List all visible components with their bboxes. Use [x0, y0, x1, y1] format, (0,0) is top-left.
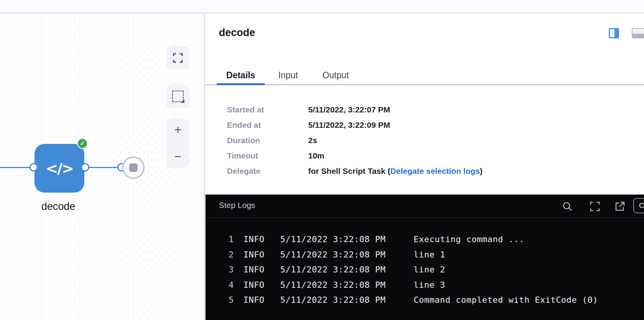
shell-script-icon: </> [46, 160, 73, 177]
log-level: INFO [243, 280, 266, 290]
zoom-in-button[interactable]: + [174, 124, 182, 135]
delegate-selection-logs-link[interactable]: Delegate selection logs [390, 167, 480, 175]
log-message: line 1 [414, 250, 445, 259]
log-timestamp: 5/11/2022 3:22:08 PM [280, 295, 408, 305]
external-link-icon [614, 201, 626, 212]
detail-value: 5/11/2022, 3:22:09 PM [308, 120, 390, 130]
delegate-value-suffix: ) [480, 167, 483, 175]
step-logs-title: Step Logs [219, 201, 255, 210]
success-check-icon: ✓ [77, 138, 88, 149]
log-line: 1 INFO 5/11/2022 3:22:08 PM Executing co… [205, 232, 644, 247]
right-pane-layout-toggle[interactable] [609, 28, 619, 38]
node-port-left [30, 163, 38, 172]
log-timestamp: 5/11/2022 3:22:08 PM [280, 250, 408, 259]
delegate-value-prefix: for Shell Script Task ( [308, 167, 390, 175]
detail-row-ended-at: Ended at 5/11/2022, 3:22:09 PM [227, 117, 483, 133]
pipeline-canvas[interactable]: </> ✓ decode + − [0, 14, 205, 320]
detail-row-started-at: Started at 5/11/2022, 3:22:07 PM [227, 102, 483, 117]
detail-label: Duration [227, 136, 308, 145]
top-bar [0, 0, 644, 13]
node-port-right [81, 163, 89, 172]
log-message: Executing command ... [414, 234, 524, 244]
zoom-out-button[interactable]: − [174, 151, 182, 162]
log-line: 3 INFO 5/11/2022 3:22:08 PM line 2 [205, 262, 644, 277]
log-line: 2 INFO 5/11/2022 3:22:08 PM line 1 [205, 247, 644, 262]
detail-row-duration: Duration 2s [227, 133, 483, 148]
detail-value: for Shell Script Task (Delegate selectio… [308, 167, 483, 176]
log-message: line 2 [414, 265, 445, 274]
log-timestamp: 5/11/2022 3:22:08 PM [280, 265, 408, 274]
log-line: 5 INFO 5/11/2022 3:22:08 PM Command comp… [205, 292, 644, 308]
log-level: INFO [243, 295, 266, 305]
tab-details[interactable]: Details [217, 70, 265, 81]
edge-outgoing [87, 167, 120, 168]
node-label: decode [23, 201, 94, 213]
log-line-number: 3 [222, 265, 234, 274]
pipeline-end-node[interactable] [122, 157, 145, 179]
log-search-button[interactable] [562, 201, 573, 212]
tab-input[interactable]: Input [278, 70, 298, 81]
log-line-number: 2 [222, 250, 234, 259]
log-level: INFO [243, 250, 266, 259]
right-pane-layout-icon [614, 29, 618, 37]
log-line: 4 INFO 5/11/2022 3:22:08 PM line 3 [205, 277, 644, 293]
search-icon [562, 201, 573, 212]
detail-label: Timeout [227, 151, 308, 160]
log-line-number: 5 [222, 295, 234, 305]
detail-row-delegate: Delegate for Shell Script Task (Delegate… [227, 163, 483, 179]
step-logs-header: Step Logs Console View [205, 195, 644, 218]
log-line-number: 4 [222, 280, 234, 290]
step-logs-console: Step Logs Console View 1 INFO [205, 195, 644, 320]
canvas-zoom-control: + − [166, 119, 189, 168]
step-execution-view: </> ✓ decode + − decode [0, 0, 644, 320]
log-message: Command completed with ExitCode (0) [414, 295, 598, 305]
log-level: INFO [243, 234, 266, 244]
detail-label: Started at [227, 105, 308, 114]
log-open-new-tab-button[interactable] [614, 201, 626, 212]
detail-value: 5/11/2022, 3:22:07 PM [308, 105, 390, 114]
stop-square-icon [129, 163, 138, 172]
details-table: Started at 5/11/2022, 3:22:07 PM Ended a… [227, 102, 483, 179]
log-level: INFO [243, 265, 266, 274]
details-tab-bar: Details Input Output [205, 65, 644, 85]
log-timestamp: 5/11/2022 3:22:08 PM [280, 234, 408, 244]
edge-incoming [0, 167, 31, 168]
detail-value: 10m [308, 151, 324, 160]
tab-output[interactable]: Output [322, 70, 349, 81]
console-view-button[interactable]: Console View [633, 198, 644, 213]
detail-value: 2s [308, 136, 317, 145]
log-lines[interactable]: 1 INFO 5/11/2022 3:22:08 PM Executing co… [205, 232, 644, 308]
step-title: decode [219, 27, 255, 39]
detail-label: Ended at [227, 120, 308, 130]
expand-icon [589, 201, 601, 212]
detail-row-timeout: Timeout 10m [227, 148, 483, 163]
active-tab-underline [217, 83, 265, 85]
log-line-number: 1 [222, 234, 234, 244]
marquee-select-icon [172, 91, 184, 102]
bottom-pane-layout-toggle[interactable] [632, 28, 644, 38]
canvas-marquee-select-button[interactable] [166, 85, 189, 108]
canvas-fullscreen-button[interactable] [166, 46, 189, 69]
detail-label: Delegate [227, 167, 308, 176]
log-timestamp: 5/11/2022 3:22:08 PM [280, 280, 408, 290]
step-node-decode[interactable]: </> [34, 144, 84, 193]
log-message: line 3 [414, 280, 445, 290]
log-expand-button[interactable] [589, 201, 601, 212]
bottom-pane-layout-icon [632, 34, 644, 38]
fullscreen-icon [172, 53, 183, 63]
